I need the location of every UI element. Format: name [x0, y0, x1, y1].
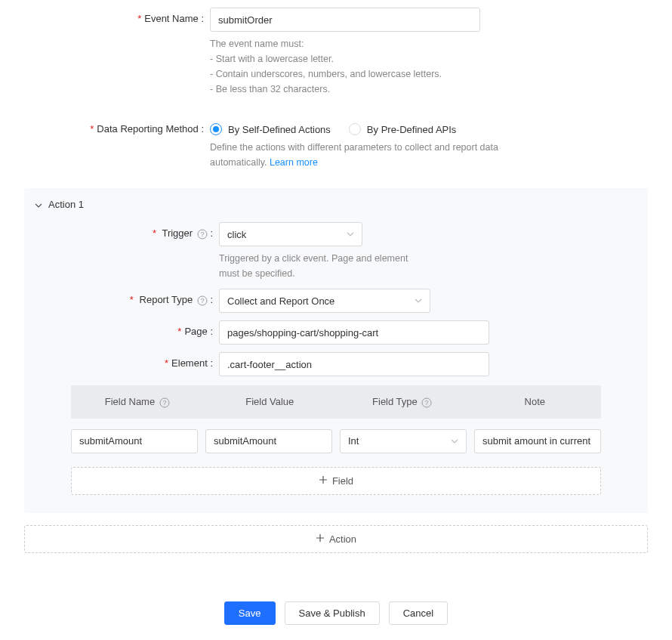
save-publish-button[interactable]: Save & Publish	[285, 601, 380, 625]
add-action-button[interactable]: Action	[24, 525, 648, 553]
field-value-input[interactable]	[205, 429, 332, 453]
cancel-button[interactable]: Cancel	[389, 601, 448, 625]
help-icon[interactable]: ?	[159, 397, 170, 408]
chevron-down-icon	[35, 199, 42, 210]
radio-self-defined[interactable]: By Self-Defined Actions	[210, 123, 331, 135]
event-name-input[interactable]	[210, 8, 480, 32]
help-icon[interactable]: ?	[197, 229, 208, 240]
help-icon[interactable]: ?	[421, 397, 432, 408]
field-table: Field Name ? Field Value Field Type ? No…	[71, 385, 601, 464]
radio-selected-icon	[210, 123, 222, 135]
action-title: Action 1	[48, 199, 84, 210]
event-name-help: The event name must: - Start with a lowe…	[210, 36, 480, 97]
field-type-select[interactable]: Int	[340, 429, 467, 453]
chevron-down-icon	[415, 297, 422, 305]
add-action-label: Action	[329, 533, 356, 545]
field-name-header: Field Name ?	[71, 396, 204, 408]
add-field-label: Field	[332, 475, 353, 487]
svg-text:?: ?	[425, 399, 429, 407]
radio-self-defined-label: By Self-Defined Actions	[228, 124, 331, 135]
field-name-input[interactable]	[71, 429, 198, 453]
plus-icon	[319, 475, 328, 487]
field-type-header: Field Type ?	[336, 396, 469, 408]
report-type-label: Report Type ? :	[35, 289, 219, 306]
table-row: Int	[71, 419, 601, 464]
save-button[interactable]: Save	[224, 601, 276, 625]
radio-unselected-icon	[349, 123, 361, 135]
action-collapse-header[interactable]: Action 1	[35, 199, 637, 210]
svg-text:?: ?	[162, 399, 166, 407]
field-value-header: Field Value	[204, 396, 337, 408]
trigger-select[interactable]: click	[219, 222, 362, 246]
event-name-label: Event Name :	[0, 8, 210, 24]
radio-predefined-label: By Pre-Defined APIs	[367, 124, 457, 135]
radio-predefined[interactable]: By Pre-Defined APIs	[349, 123, 457, 135]
learn-more-link[interactable]: Learn more	[270, 157, 318, 168]
help-icon[interactable]: ?	[197, 295, 208, 306]
action-section: Action 1 Trigger ? : click Triggered by …	[24, 188, 648, 513]
reporting-method-label: Data Reporting Method :	[0, 118, 210, 134]
note-header: Note	[469, 396, 602, 408]
svg-text:?: ?	[200, 230, 204, 238]
element-input[interactable]	[219, 352, 489, 376]
page-input[interactable]	[219, 320, 489, 345]
trigger-label: Trigger ? :	[35, 222, 219, 240]
page-label: Page :	[35, 320, 219, 337]
chevron-down-icon	[347, 230, 354, 238]
report-type-select[interactable]: Collect and Report Once	[219, 289, 430, 313]
chevron-down-icon	[451, 437, 458, 445]
add-field-button[interactable]: Field	[71, 467, 601, 495]
plus-icon	[316, 533, 325, 545]
reporting-method-help: Define the actions with different parame…	[210, 140, 542, 170]
trigger-help: Triggered by a click event. Page and ele…	[219, 251, 430, 281]
svg-text:?: ?	[200, 297, 204, 305]
note-input[interactable]	[474, 429, 601, 453]
element-label: Element :	[35, 352, 219, 369]
